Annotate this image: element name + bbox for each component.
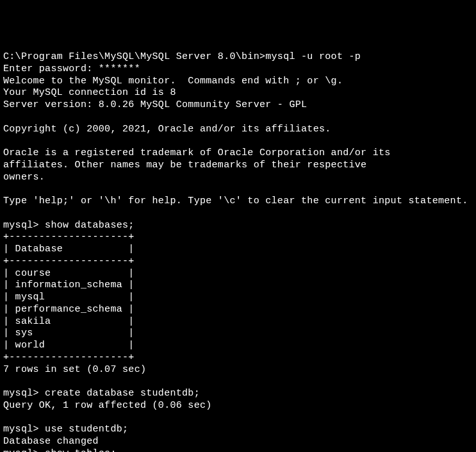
table-row: | performance_schema | [3, 304, 135, 315]
connection-id: Your MySQL connection id is 8 [3, 87, 176, 98]
help-hint: Type 'help;' or '\h' for help. Type '\c'… [3, 196, 468, 206]
trademark-line1: Oracle is a registered trademark of Orac… [3, 147, 391, 158]
trademark-line2: affiliates. Other names may be trademark… [3, 160, 366, 171]
table-row: | mysql | [3, 292, 135, 303]
copyright-notice: Copyright (c) 2000, 2021, Oracle and/or … [3, 124, 331, 135]
table-row: | information_schema | [3, 280, 135, 290]
table-row: | course | [3, 268, 135, 279]
table-row: | sakila | [3, 316, 135, 327]
table-border-top: +--------------------+ [3, 231, 135, 242]
terminal-output[interactable]: C:\Program Files\MySQL\MySQL Server 8.0\… [3, 51, 473, 452]
sql-command-use-db: mysql> use studentdb; [3, 424, 128, 435]
sql-command-create-db: mysql> create database studentdb; [3, 388, 200, 399]
sql-command-show-databases: mysql> show databases; [3, 220, 135, 231]
table-border-mid: +--------------------+ [3, 256, 135, 267]
server-version: Server version: 8.0.26 MySQL Community S… [3, 99, 307, 110]
table-header: | Database | [3, 244, 135, 255]
table-row: | world | [3, 340, 135, 351]
trademark-line3: owners. [3, 172, 45, 183]
result-db-changed: Database changed [3, 436, 99, 447]
table-row: | sys | [3, 328, 135, 339]
result-rows-count: 7 rows in set (0.07 sec) [3, 364, 146, 375]
welcome-message: Welcome to the MySQL monitor. Commands e… [3, 76, 343, 87]
password-prompt: Enter password: ******* [3, 63, 140, 74]
sql-command-show-tables: mysql> show tables; [3, 448, 117, 452]
table-border-bottom: +--------------------+ [3, 352, 135, 363]
command-line: C:\Program Files\MySQL\MySQL Server 8.0\… [3, 51, 361, 62]
result-query-ok: Query OK, 1 row affected (0.06 sec) [3, 400, 212, 411]
